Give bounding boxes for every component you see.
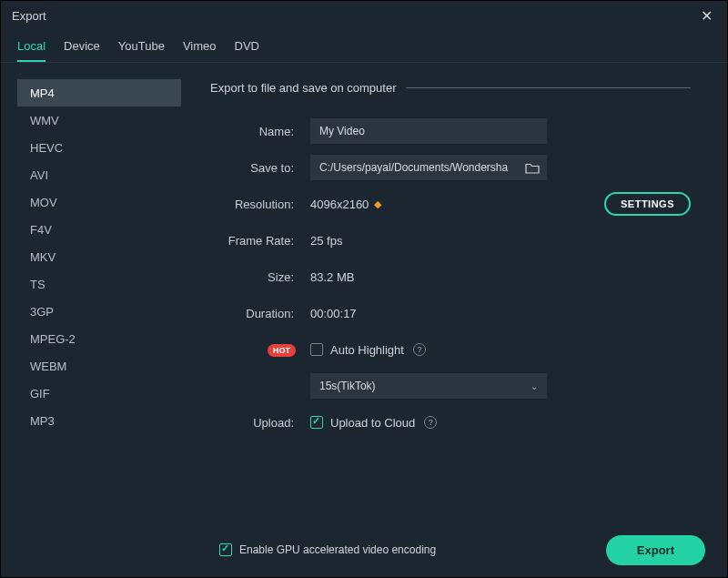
section-header: Export to file and save on computer [210, 81, 691, 95]
titlebar: Export ✕ [1, 1, 727, 30]
format-mkv[interactable]: MKV [17, 243, 181, 270]
gpu-label: Enable GPU accelerated video encoding [239, 543, 436, 556]
format-wmv[interactable]: WMV [17, 106, 181, 134]
row-framerate: Frame Rate: 25 fps [210, 222, 691, 259]
row-highlight-select: 15s(TikTok) ⌄ [210, 368, 691, 404]
row-upload: Upload: Upload to Cloud ? [210, 404, 691, 441]
settings-panel: Export to file and save on computer Name… [183, 63, 727, 522]
format-mov[interactable]: MOV [17, 188, 181, 216]
format-mp3[interactable]: MP3 [17, 407, 181, 434]
resolution-label: Resolution: [210, 198, 310, 211]
row-auto-highlight: HOT Auto Highlight ? [210, 331, 691, 368]
row-save-to: Save to: [210, 149, 691, 186]
format-3gp[interactable]: 3GP [17, 298, 181, 325]
format-hevc[interactable]: HEVC [17, 134, 181, 161]
format-f4v[interactable]: F4V [17, 216, 181, 243]
export-button[interactable]: Export [606, 535, 705, 565]
highlight-select-value: 15s(TikTok) [319, 380, 531, 392]
dialog-body: MP4 WMV HEVC AVI MOV F4V MKV TS 3GP MPEG… [1, 63, 727, 522]
format-mp4[interactable]: MP4 [17, 79, 181, 106]
settings-button[interactable]: SETTINGS [604, 192, 691, 216]
framerate-label: Frame Rate: [210, 234, 310, 248]
resolution-value: 4096x2160 [310, 198, 369, 211]
format-gif[interactable]: GIF [17, 380, 181, 407]
format-webm[interactable]: WEBM [17, 352, 181, 380]
row-size: Size: 83.2 MB [210, 259, 691, 295]
format-sidebar: MP4 WMV HEVC AVI MOV F4V MKV TS 3GP MPEG… [1, 63, 183, 522]
name-label: Name: [210, 125, 310, 138]
tab-bar: Local Device YouTube Vimeo DVD [1, 30, 727, 63]
size-label: Size: [210, 270, 310, 284]
upload-label: Upload: [210, 416, 310, 430]
tab-device[interactable]: Device [64, 39, 100, 62]
auto-highlight-label: Auto Highlight [330, 343, 404, 357]
premium-diamond-icon: ◆ [374, 198, 381, 210]
tab-vimeo[interactable]: Vimeo [183, 39, 217, 62]
framerate-value: 25 fps [310, 234, 342, 248]
save-path-input[interactable] [310, 161, 518, 174]
duration-label: Duration: [210, 307, 310, 320]
browse-folder-button[interactable] [518, 162, 547, 174]
hot-badge: HOT [268, 344, 296, 357]
row-resolution: Resolution: 4096x2160 ◆ SETTINGS [210, 186, 691, 222]
tab-youtube[interactable]: YouTube [118, 39, 165, 62]
footer: Enable GPU accelerated video encoding Ex… [1, 522, 727, 577]
close-button[interactable]: ✕ [696, 5, 716, 25]
gpu-row: Enable GPU accelerated video encoding [219, 543, 436, 556]
divider [406, 87, 691, 88]
format-avi[interactable]: AVI [17, 161, 181, 188]
upload-help-icon[interactable]: ? [424, 416, 437, 429]
window-title: Export [12, 9, 46, 23]
close-icon: ✕ [701, 7, 713, 25]
highlight-duration-select[interactable]: 15s(TikTok) ⌄ [310, 373, 547, 399]
auto-highlight-help-icon[interactable]: ? [413, 343, 426, 356]
gpu-checkbox[interactable] [219, 543, 232, 556]
chevron-down-icon: ⌄ [531, 381, 538, 391]
row-duration: Duration: 00:00:17 [210, 295, 691, 331]
tab-local[interactable]: Local [17, 39, 46, 62]
size-value: 83.2 MB [310, 270, 354, 284]
format-ts[interactable]: TS [17, 270, 181, 298]
save-to-label: Save to: [210, 161, 310, 175]
auto-highlight-checkbox[interactable] [310, 343, 323, 356]
section-title: Export to file and save on computer [210, 81, 397, 95]
upload-cloud-label: Upload to Cloud [330, 416, 415, 430]
duration-value: 00:00:17 [310, 307, 357, 320]
folder-icon [525, 162, 540, 174]
export-dialog: Export ✕ Local Device YouTube Vimeo DVD … [0, 0, 728, 578]
row-name: Name: [210, 113, 691, 149]
upload-cloud-checkbox[interactable] [310, 416, 323, 429]
save-path-wrap [310, 155, 547, 180]
format-mpeg2[interactable]: MPEG-2 [17, 325, 181, 352]
tab-dvd[interactable]: DVD [235, 39, 259, 62]
name-input[interactable] [310, 118, 547, 144]
